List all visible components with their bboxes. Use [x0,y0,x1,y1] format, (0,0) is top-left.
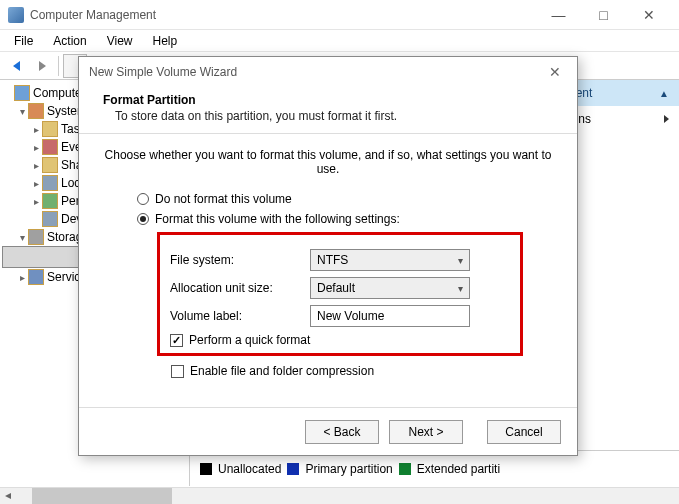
tree-label: Per [61,194,80,208]
next-button[interactable]: Next > [389,420,463,444]
dialog-heading: Format Partition [103,93,553,107]
cancel-button[interactable]: Cancel [487,420,561,444]
maximize-button[interactable]: □ [581,1,626,29]
file-system-select[interactable]: NTFS ▾ [310,249,470,271]
new-volume-wizard-dialog: New Simple Volume Wizard ✕ Format Partit… [78,56,578,456]
tree-label: Tas [61,122,80,136]
dialog-titlebar: New Simple Volume Wizard ✕ [79,57,577,87]
volume-label-label: Volume label: [170,309,310,323]
legend-swatch-primary [287,463,299,475]
dialog-close-button[interactable]: ✕ [543,64,567,80]
checkbox-icon [171,365,184,378]
dialog-description: Choose whether you want to format this v… [103,148,553,176]
radio-icon [137,213,149,225]
dialog-button-row: < Back Next > Cancel [79,407,577,455]
toolbar-separator [58,56,59,76]
dialog-title: New Simple Volume Wizard [89,65,543,79]
radio-label: Format this volume with the following se… [155,212,400,226]
horizontal-scrollbar[interactable]: ◂ [0,487,679,504]
volume-label-input[interactable]: New Volume [310,305,470,327]
app-icon [8,7,24,23]
legend-swatch-unallocated [200,463,212,475]
checkbox-label: Enable file and folder compression [190,364,374,378]
checkbox-label: Perform a quick format [189,333,310,347]
chevron-down-icon: ▾ [458,283,463,294]
menu-view[interactable]: View [99,32,141,50]
quick-format-checkbox[interactable]: Perform a quick format [170,333,510,347]
highlighted-settings: File system: NTFS ▾ Allocation unit size… [157,232,523,356]
menubar: File Action View Help [0,30,679,52]
checkbox-icon [170,334,183,347]
menu-action[interactable]: Action [45,32,94,50]
compression-checkbox[interactable]: Enable file and folder compression [171,364,553,378]
radio-do-not-format[interactable]: Do not format this volume [137,192,553,206]
dialog-separator [79,133,577,134]
allocation-unit-label: Allocation unit size: [170,281,310,295]
select-value: NTFS [317,253,348,267]
minimize-button[interactable]: — [536,1,581,29]
radio-icon [137,193,149,205]
menu-help[interactable]: Help [145,32,186,50]
back-button[interactable]: < Back [305,420,379,444]
radio-format-with-settings[interactable]: Format this volume with the following se… [137,212,553,226]
nav-forward-button[interactable] [30,54,54,78]
nav-back-button[interactable] [4,54,28,78]
window-title: Computer Management [30,8,536,22]
legend-label: Extended partiti [417,462,500,476]
select-value: Default [317,281,355,295]
close-button[interactable]: ✕ [626,1,671,29]
chevron-down-icon: ▾ [458,255,463,266]
scrollbar-thumb[interactable] [32,488,172,504]
input-value: New Volume [317,309,384,323]
menu-file[interactable]: File [6,32,41,50]
legend-swatch-extended [399,463,411,475]
legend-label: Unallocated [218,462,281,476]
dialog-subheading: To store data on this partition, you mus… [103,109,553,123]
radio-label: Do not format this volume [155,192,292,206]
allocation-unit-select[interactable]: Default ▾ [310,277,470,299]
file-system-label: File system: [170,253,310,267]
main-titlebar: Computer Management — □ ✕ [0,0,679,30]
legend-label: Primary partition [305,462,392,476]
